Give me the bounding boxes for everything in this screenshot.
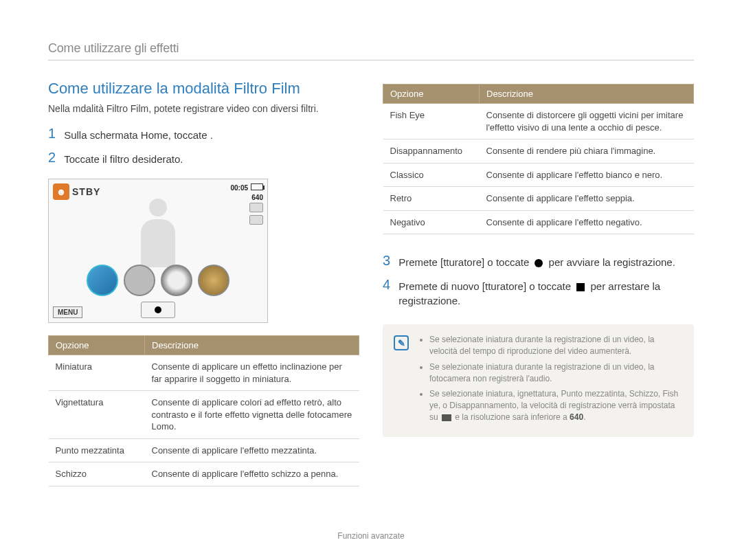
option-desc: Consente di distorcere gli oggetti vicin… (480, 104, 694, 139)
record-dot-icon (155, 306, 161, 313)
filter-thumb (124, 265, 155, 296)
option-desc: Consente di applicare l'effetto mezzatin… (145, 438, 359, 462)
table-row: Miniatura Consente di applicare un effet… (49, 355, 359, 391)
option-name: Fish Eye (383, 104, 480, 139)
page-header: Come utilizzare gli effetti (48, 41, 694, 60)
step-text: Toccate il filtro desiderato. (64, 150, 183, 166)
side-icon (249, 215, 263, 225)
elapsed-time: 00:05 (230, 184, 248, 192)
filter-thumb (198, 265, 229, 296)
resolution-icon (442, 414, 451, 421)
menu-button: MENU (53, 306, 82, 318)
option-desc: Consente di applicare l'effetto seppia. (480, 187, 694, 211)
filter-thumb-selected (87, 265, 118, 296)
table-row: Punto mezzatinta Consente di applicare l… (49, 438, 359, 462)
side-icons (249, 203, 263, 225)
option-desc: Consente di applicare colori ad effetto … (145, 391, 359, 439)
filter-thumbnails (49, 265, 267, 296)
content-columns: Come utilizzare la modalità Filtro Film … (48, 80, 694, 486)
step-1: 1 Sulla schermata Home, toccate . (48, 126, 359, 142)
step-3: 3 Premete [tturatore] o toccate per avvi… (383, 254, 694, 269)
option-desc: Consente di rendere più chiara l'immagin… (480, 139, 694, 164)
table-row: Fish Eye Consente di distorcere gli ogge… (383, 104, 694, 139)
table-header-description: Descrizione (145, 336, 359, 355)
table-header-option: Opzione (383, 85, 480, 104)
left-column: Come utilizzare la modalità Filtro Film … (48, 80, 359, 486)
options-table-right: Opzione Descrizione Fish Eye Consente di… (383, 84, 694, 234)
table-row: Negativo Consente di applicare l'effetto… (383, 210, 694, 234)
option-name: Miniatura (49, 355, 145, 391)
stby-label: STBY (72, 186, 100, 197)
record-button (141, 302, 175, 318)
table-row: Schizzo Consente di applicare l'effetto … (49, 462, 359, 486)
table-row: Disappannamento Consente di rendere più … (383, 139, 694, 164)
option-name: Retro (383, 187, 480, 211)
option-name: Vignettatura (49, 391, 145, 439)
table-header-description: Descrizione (480, 85, 694, 104)
table-row: Retro Consente di applicare l'effetto se… (383, 187, 694, 211)
intro-text: Nella mdalità Filtro Film, potete regist… (48, 103, 359, 114)
step-text: Premete di nuovo [tturatore] o toccate p… (398, 278, 694, 308)
resolution-label: 640 (230, 194, 263, 201)
option-name: Disappannamento (383, 139, 480, 164)
filter-thumb (161, 265, 192, 296)
right-column: Opzione Descrizione Fish Eye Consente di… (383, 84, 694, 486)
option-desc: Consente di applicare un effetto inclina… (145, 355, 359, 391)
record-dot-icon (535, 259, 543, 267)
options-table-left: Opzione Descrizione Miniatura Consente d… (48, 335, 359, 486)
steps-list-right: 3 Premete [tturatore] o toccate per avvi… (383, 254, 694, 308)
option-name: Punto mezzatinta (49, 438, 145, 462)
option-desc: Consente di applicare l'effetto negativo… (480, 210, 694, 234)
note-item: Se selezionate iniatura durante la regis… (429, 361, 683, 385)
option-desc: Consente di applicare l'effetto bianco e… (480, 163, 694, 187)
step-4: 4 Premete di nuovo [tturatore] o toccate… (383, 278, 694, 308)
step-text: Premete [tturatore] o toccate per avviar… (398, 254, 675, 269)
note-box: ✎ Se selezionate iniatura durante la reg… (383, 324, 694, 437)
table-row: Vignettatura Consente di applicare color… (49, 391, 359, 439)
table-header-option: Opzione (49, 336, 145, 355)
side-icon (249, 203, 263, 212)
option-name: Classico (383, 163, 480, 187)
note-list: Se selezionate iniatura durante la regis… (418, 334, 683, 427)
camera-screen-illustration: ☻ STBY 00:05 640 MENU (48, 179, 268, 323)
step-number: 1 (48, 126, 56, 140)
step-text: Sulla schermata Home, toccate . (64, 126, 213, 142)
page-title: Come utilizzare la modalità Filtro Film (48, 80, 359, 98)
face-icon: ☻ (53, 183, 69, 200)
note-item: Se selezionate iniatura durante la regis… (429, 334, 683, 357)
step-2: 2 Toccate il filtro desiderato. (48, 150, 359, 166)
screen-top-right: 00:05 640 (230, 183, 263, 201)
steps-list-left: 1 Sulla schermata Home, toccate . 2 Tocc… (48, 126, 359, 166)
page-footer: Funzioni avanzate (0, 531, 742, 541)
option-name: Negativo (383, 210, 480, 234)
option-desc: Consente di applicare l'effetto schizzo … (145, 462, 359, 486)
stop-square-icon (576, 283, 585, 291)
note-item: Se selezionate iniatura, ignettatura, Pu… (429, 388, 683, 423)
step-number: 2 (48, 150, 56, 164)
option-name: Schizzo (49, 462, 145, 486)
info-icon: ✎ (394, 335, 409, 350)
battery-icon (251, 183, 263, 190)
table-row: Classico Consente di applicare l'effetto… (383, 163, 694, 187)
step-number: 4 (383, 278, 390, 291)
step-number: 3 (383, 254, 390, 267)
